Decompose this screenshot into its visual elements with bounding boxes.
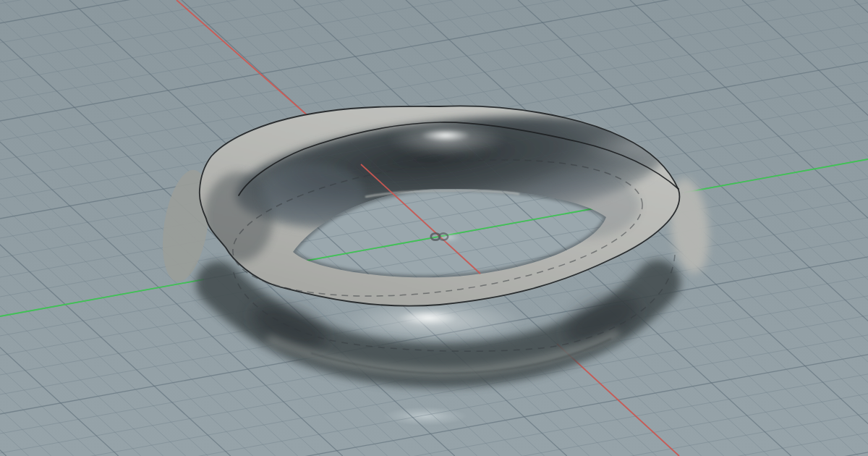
cad-viewport[interactable]: [0, 0, 868, 456]
near-specular-highlight: [398, 310, 459, 326]
far-specular-highlight: [420, 129, 471, 142]
viewport-canvas[interactable]: [0, 0, 868, 456]
